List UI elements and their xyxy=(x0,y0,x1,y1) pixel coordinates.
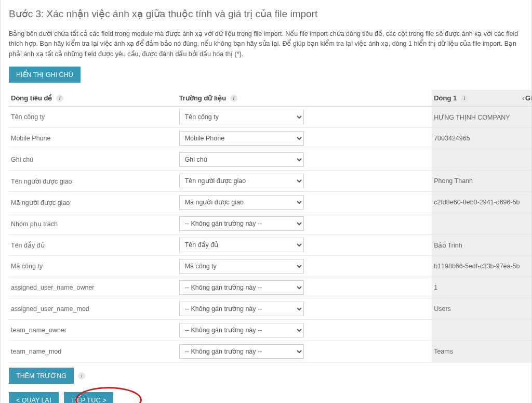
field-cell: Mobile Phone xyxy=(177,128,432,149)
header-cell: team_name_mod xyxy=(9,341,177,362)
header-cell: assigned_user_name_mod xyxy=(9,298,177,320)
step-description: Bảng bên dưới chứa tất cả các field tron… xyxy=(9,29,523,59)
field-select[interactable]: -- Không gán trường này -- xyxy=(179,302,304,316)
default-cell xyxy=(520,213,532,235)
table-row: Ghi chúGhi chú xyxy=(9,149,532,171)
table-row: Tên đầy đủTên đầy đủBảo Trinh xyxy=(9,235,532,256)
chevron-left-icon[interactable]: ‹ xyxy=(522,95,524,102)
row1-cell: Bảo Trinh xyxy=(432,235,520,256)
default-cell xyxy=(520,192,532,213)
table-row: team_name_owner-- Không gán trường này -… xyxy=(9,320,532,341)
row1-cell xyxy=(432,320,520,341)
default-cell xyxy=(520,149,532,171)
header-cell: Nhóm phụ trách xyxy=(9,213,177,235)
field-select[interactable]: Mobile Phone xyxy=(179,131,304,146)
mapping-table: Dòng tiêu đề i Trường dữ liệu i Dòng 1 i… xyxy=(9,90,532,362)
row1-cell: Teams xyxy=(432,341,520,362)
table-row: Mã công tyMã công tyb1198b66-5edf-c33b-9… xyxy=(9,256,532,277)
info-icon[interactable]: i xyxy=(56,95,63,102)
default-cell xyxy=(520,341,532,362)
row1-cell: 7003424965 xyxy=(432,128,520,149)
field-select[interactable]: -- Không gán trường này -- xyxy=(179,323,304,337)
field-cell: -- Không gán trường này -- xyxy=(177,213,432,235)
default-cell xyxy=(520,235,532,256)
field-select[interactable]: Mã người được giao xyxy=(179,195,304,210)
continue-button[interactable]: TIẾP TỤC > xyxy=(64,392,114,403)
header-cell: Mã người được giao xyxy=(9,192,177,213)
header-cell: Ghi chú xyxy=(9,149,177,171)
info-icon[interactable]: i xyxy=(230,95,237,102)
field-select[interactable]: -- Không gán trường này -- xyxy=(179,344,304,359)
field-cell: Mã người được giao xyxy=(177,192,432,213)
field-select[interactable]: Mã công ty xyxy=(179,259,304,274)
add-field-button[interactable]: THÊM TRƯỜNG xyxy=(9,368,74,384)
field-cell: -- Không gán trường này -- xyxy=(177,277,432,298)
field-select[interactable]: -- Không gán trường này -- xyxy=(179,280,304,295)
header-cell: Mobile Phone xyxy=(9,128,177,149)
table-row: Mã người được giaoMã người được giaoc2fd… xyxy=(9,192,532,213)
default-cell xyxy=(520,107,532,128)
table-row: assigned_user_name_owner-- Không gán trư… xyxy=(9,277,532,298)
header-cell: Tên công ty xyxy=(9,107,177,128)
field-cell: Tên người được giao xyxy=(177,171,432,192)
header-cell: team_name_owner xyxy=(9,320,177,341)
field-cell: -- Không gán trường này -- xyxy=(177,341,432,362)
info-icon[interactable]: i xyxy=(461,95,468,102)
field-cell: -- Không gán trường này -- xyxy=(177,320,432,341)
default-cell xyxy=(520,320,532,341)
col-header-title: Dòng tiêu đề i xyxy=(9,90,177,107)
back-button[interactable]: < QUAY LẠI xyxy=(9,392,59,403)
header-cell: assigned_user_name_owner xyxy=(9,277,177,298)
page-title: Bước 3: Xác nhận việc ánh xạ giữa thuộc … xyxy=(9,8,523,20)
header-cell: Tên người được giao xyxy=(9,171,177,192)
field-select[interactable]: Tên người được giao xyxy=(179,174,304,188)
table-row: Tên công tyTên công tyHƯNG THỊNH COMPANY xyxy=(9,107,532,128)
row1-cell xyxy=(432,149,520,171)
table-row: Nhóm phụ trách-- Không gán trường này -- xyxy=(9,213,532,235)
header-cell: Tên đầy đủ xyxy=(9,235,177,256)
row1-cell: c2fd8e60-8eb0-2941-d696-5b149e xyxy=(432,192,520,213)
table-row: Mobile PhoneMobile Phone7003424965 xyxy=(9,128,532,149)
field-cell: Ghi chú xyxy=(177,149,432,171)
header-cell: Mã công ty xyxy=(9,256,177,277)
field-select[interactable]: Tên công ty xyxy=(179,110,304,124)
default-cell xyxy=(520,171,532,192)
row1-cell: HƯNG THỊNH COMPANY xyxy=(432,107,520,128)
field-cell: Tên công ty xyxy=(177,107,432,128)
row1-cell: Phong Thanh xyxy=(432,171,520,192)
default-cell xyxy=(520,128,532,149)
row1-cell: 1 xyxy=(432,277,520,298)
table-row: assigned_user_name_mod-- Không gán trườn… xyxy=(9,298,532,320)
table-row: Tên người được giaoTên người được giaoPh… xyxy=(9,171,532,192)
field-select[interactable]: Ghi chú xyxy=(179,152,304,167)
default-cell xyxy=(520,256,532,277)
field-cell: -- Không gán trường này -- xyxy=(177,298,432,320)
row1-cell: Users xyxy=(432,298,520,320)
row1-cell: b1198b66-5edf-c33b-97ea-5b6ac91 xyxy=(432,256,520,277)
field-cell: Mã công ty xyxy=(177,256,432,277)
col-row1-title: Dòng 1 i xyxy=(432,90,520,107)
field-select[interactable]: Tên đầy đủ xyxy=(179,238,304,252)
show-notes-button[interactable]: HIỂN THỊ GHI CHÚ xyxy=(9,67,81,83)
col-default-title: ‹Giá xyxy=(520,90,532,107)
default-cell xyxy=(520,298,532,320)
default-cell xyxy=(520,277,532,298)
row1-cell xyxy=(432,213,520,235)
col-field-title: Trường dữ liệu i xyxy=(177,90,432,107)
field-select[interactable]: -- Không gán trường này -- xyxy=(179,216,304,231)
table-row: team_name_mod-- Không gán trường này --T… xyxy=(9,341,532,362)
field-cell: Tên đầy đủ xyxy=(177,235,432,256)
info-icon[interactable]: i xyxy=(78,372,85,380)
